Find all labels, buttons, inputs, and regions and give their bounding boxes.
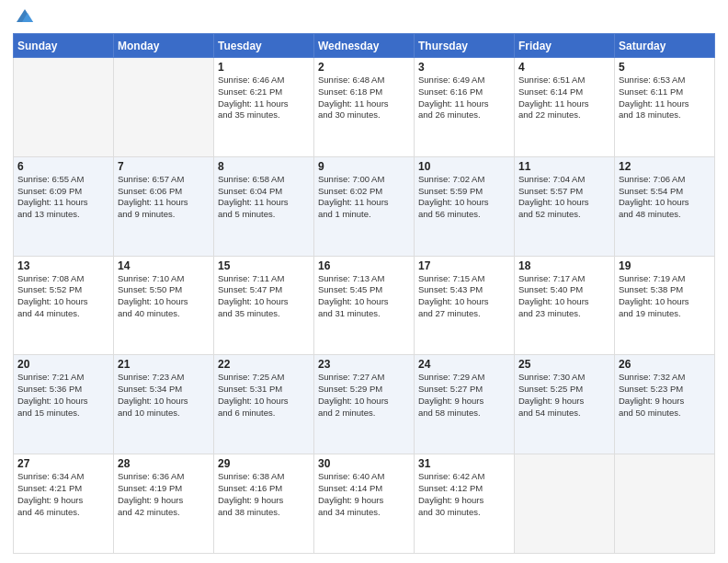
calendar-cell: 11Sunrise: 7:04 AM Sunset: 5:57 PM Dayli…	[515, 156, 615, 256]
calendar-cell: 26Sunrise: 7:32 AM Sunset: 5:23 PM Dayli…	[615, 355, 715, 454]
day-info: Sunrise: 7:32 AM Sunset: 5:23 PM Dayligh…	[619, 372, 711, 419]
day-number: 21	[118, 358, 210, 371]
day-number: 18	[518, 259, 610, 272]
day-number: 9	[318, 160, 410, 173]
header	[13, 9, 715, 26]
calendar-cell: 7Sunrise: 6:57 AM Sunset: 6:06 PM Daylig…	[114, 156, 214, 256]
calendar-week-row: 6Sunrise: 6:55 AM Sunset: 6:09 PM Daylig…	[14, 156, 715, 256]
day-info: Sunrise: 7:06 AM Sunset: 5:54 PM Dayligh…	[619, 174, 711, 221]
day-info: Sunrise: 6:55 AM Sunset: 6:09 PM Dayligh…	[17, 174, 109, 221]
calendar-table: SundayMondayTuesdayWednesdayThursdayFrid…	[13, 33, 715, 554]
calendar-cell: 1Sunrise: 6:46 AM Sunset: 6:21 PM Daylig…	[214, 58, 314, 157]
day-number: 27	[17, 457, 109, 470]
calendar-cell: 10Sunrise: 7:02 AM Sunset: 5:59 PM Dayli…	[415, 156, 515, 256]
calendar-cell: 12Sunrise: 7:06 AM Sunset: 5:54 PM Dayli…	[615, 156, 715, 256]
day-number: 10	[418, 160, 510, 173]
day-info: Sunrise: 6:38 AM Sunset: 4:16 PM Dayligh…	[218, 471, 310, 518]
day-number: 13	[17, 259, 109, 272]
day-number: 29	[218, 457, 310, 470]
day-number: 17	[418, 259, 510, 272]
day-info: Sunrise: 7:10 AM Sunset: 5:50 PM Dayligh…	[118, 273, 210, 320]
day-info: Sunrise: 6:36 AM Sunset: 4:19 PM Dayligh…	[118, 471, 210, 518]
day-info: Sunrise: 7:30 AM Sunset: 5:25 PM Dayligh…	[518, 372, 610, 419]
calendar-cell: 3Sunrise: 6:49 AM Sunset: 6:16 PM Daylig…	[415, 58, 515, 157]
day-number: 2	[318, 61, 410, 74]
day-info: Sunrise: 6:49 AM Sunset: 6:16 PM Dayligh…	[418, 75, 510, 121]
page: SundayMondayTuesdayWednesdayThursdayFrid…	[0, 0, 728, 563]
day-number: 14	[118, 259, 210, 272]
day-info: Sunrise: 6:51 AM Sunset: 6:14 PM Dayligh…	[518, 75, 610, 121]
day-info: Sunrise: 7:00 AM Sunset: 6:02 PM Dayligh…	[318, 174, 410, 221]
calendar-week-row: 20Sunrise: 7:21 AM Sunset: 5:36 PM Dayli…	[14, 355, 715, 454]
calendar-cell	[615, 454, 715, 554]
calendar-cell: 5Sunrise: 6:53 AM Sunset: 6:11 PM Daylig…	[615, 58, 715, 157]
calendar-cell: 20Sunrise: 7:21 AM Sunset: 5:36 PM Dayli…	[14, 355, 114, 454]
calendar-cell: 17Sunrise: 7:15 AM Sunset: 5:43 PM Dayli…	[415, 256, 515, 355]
calendar-cell: 27Sunrise: 6:34 AM Sunset: 4:21 PM Dayli…	[14, 454, 114, 554]
day-number: 22	[218, 358, 310, 371]
calendar-cell: 25Sunrise: 7:30 AM Sunset: 5:25 PM Dayli…	[515, 355, 615, 454]
calendar-cell: 30Sunrise: 6:40 AM Sunset: 4:14 PM Dayli…	[314, 454, 415, 554]
calendar-cell	[515, 454, 615, 554]
calendar-cell: 21Sunrise: 7:23 AM Sunset: 5:34 PM Dayli…	[114, 355, 214, 454]
day-number: 20	[17, 358, 109, 371]
calendar-cell: 13Sunrise: 7:08 AM Sunset: 5:52 PM Dayli…	[14, 256, 114, 355]
day-number: 3	[418, 61, 510, 74]
calendar-cell: 19Sunrise: 7:19 AM Sunset: 5:38 PM Dayli…	[615, 256, 715, 355]
calendar-week-row: 27Sunrise: 6:34 AM Sunset: 4:21 PM Dayli…	[14, 454, 715, 554]
day-info: Sunrise: 7:11 AM Sunset: 5:47 PM Dayligh…	[218, 273, 310, 320]
day-number: 31	[418, 457, 510, 470]
calendar-cell: 28Sunrise: 6:36 AM Sunset: 4:19 PM Dayli…	[114, 454, 214, 554]
calendar-week-row: 13Sunrise: 7:08 AM Sunset: 5:52 PM Dayli…	[14, 256, 715, 355]
calendar-cell: 2Sunrise: 6:48 AM Sunset: 6:18 PM Daylig…	[314, 58, 415, 157]
day-info: Sunrise: 6:48 AM Sunset: 6:18 PM Dayligh…	[318, 75, 410, 121]
day-info: Sunrise: 6:46 AM Sunset: 6:21 PM Dayligh…	[218, 75, 310, 121]
day-number: 15	[218, 259, 310, 272]
col-header-tuesday: Tuesday	[214, 34, 314, 58]
day-info: Sunrise: 7:27 AM Sunset: 5:29 PM Dayligh…	[318, 372, 410, 419]
day-number: 6	[17, 160, 109, 173]
logo-icon	[15, 6, 35, 26]
calendar-cell: 8Sunrise: 6:58 AM Sunset: 6:04 PM Daylig…	[214, 156, 314, 256]
calendar-cell	[114, 58, 214, 157]
day-info: Sunrise: 7:02 AM Sunset: 5:59 PM Dayligh…	[418, 174, 510, 221]
day-info: Sunrise: 6:40 AM Sunset: 4:14 PM Dayligh…	[318, 471, 410, 518]
day-info: Sunrise: 7:13 AM Sunset: 5:45 PM Dayligh…	[318, 273, 410, 320]
day-number: 8	[218, 160, 310, 173]
calendar-cell	[14, 58, 114, 157]
col-header-friday: Friday	[515, 34, 615, 58]
day-info: Sunrise: 7:25 AM Sunset: 5:31 PM Dayligh…	[218, 372, 310, 419]
day-number: 4	[518, 61, 610, 74]
day-number: 25	[518, 358, 610, 371]
day-number: 24	[418, 358, 510, 371]
calendar-cell: 6Sunrise: 6:55 AM Sunset: 6:09 PM Daylig…	[14, 156, 114, 256]
day-number: 19	[619, 259, 711, 272]
calendar-header-row: SundayMondayTuesdayWednesdayThursdayFrid…	[14, 34, 715, 58]
day-number: 28	[118, 457, 210, 470]
calendar-cell: 23Sunrise: 7:27 AM Sunset: 5:29 PM Dayli…	[314, 355, 415, 454]
calendar-cell: 31Sunrise: 6:42 AM Sunset: 4:12 PM Dayli…	[415, 454, 515, 554]
col-header-monday: Monday	[114, 34, 214, 58]
calendar-cell: 16Sunrise: 7:13 AM Sunset: 5:45 PM Dayli…	[314, 256, 415, 355]
calendar-cell: 22Sunrise: 7:25 AM Sunset: 5:31 PM Dayli…	[214, 355, 314, 454]
day-info: Sunrise: 6:58 AM Sunset: 6:04 PM Dayligh…	[218, 174, 310, 221]
calendar-cell: 29Sunrise: 6:38 AM Sunset: 4:16 PM Dayli…	[214, 454, 314, 554]
day-number: 1	[218, 61, 310, 74]
day-info: Sunrise: 7:08 AM Sunset: 5:52 PM Dayligh…	[17, 273, 109, 320]
day-number: 23	[318, 358, 410, 371]
logo	[13, 9, 35, 26]
day-info: Sunrise: 7:19 AM Sunset: 5:38 PM Dayligh…	[619, 273, 711, 320]
col-header-saturday: Saturday	[615, 34, 715, 58]
day-info: Sunrise: 7:29 AM Sunset: 5:27 PM Dayligh…	[418, 372, 510, 419]
day-info: Sunrise: 7:15 AM Sunset: 5:43 PM Dayligh…	[418, 273, 510, 320]
calendar-cell: 18Sunrise: 7:17 AM Sunset: 5:40 PM Dayli…	[515, 256, 615, 355]
col-header-sunday: Sunday	[14, 34, 114, 58]
col-header-wednesday: Wednesday	[314, 34, 415, 58]
day-number: 5	[619, 61, 711, 74]
calendar-cell: 15Sunrise: 7:11 AM Sunset: 5:47 PM Dayli…	[214, 256, 314, 355]
day-number: 16	[318, 259, 410, 272]
day-info: Sunrise: 6:42 AM Sunset: 4:12 PM Dayligh…	[418, 471, 510, 518]
calendar-cell: 4Sunrise: 6:51 AM Sunset: 6:14 PM Daylig…	[515, 58, 615, 157]
day-number: 30	[318, 457, 410, 470]
calendar-cell: 24Sunrise: 7:29 AM Sunset: 5:27 PM Dayli…	[415, 355, 515, 454]
